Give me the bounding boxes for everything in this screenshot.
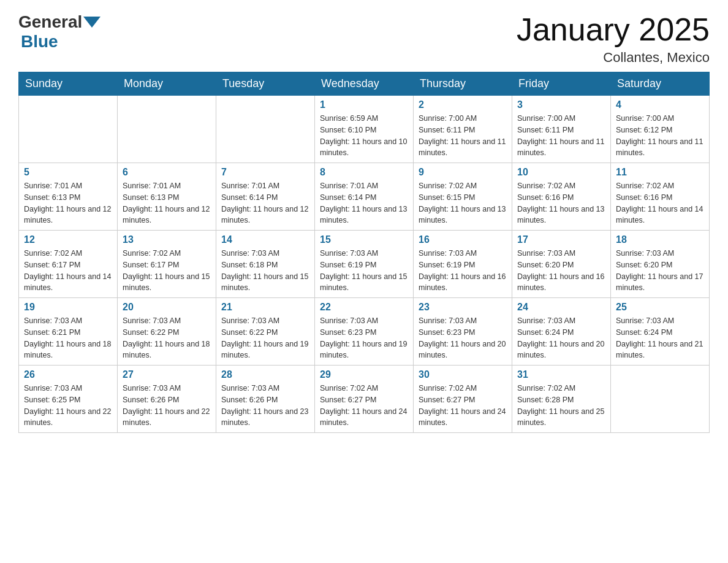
calendar-cell: [611, 366, 710, 433]
cell-sun-info: Sunrise: 7:01 AMSunset: 6:13 PMDaylight:…: [123, 180, 211, 226]
cell-day-number: 19: [24, 302, 112, 313]
cell-sun-info: Sunrise: 7:01 AMSunset: 6:13 PMDaylight:…: [24, 180, 112, 226]
cell-day-number: 1: [320, 99, 408, 110]
cell-day-number: 21: [221, 302, 309, 313]
cell-day-number: 25: [616, 302, 704, 313]
calendar-cell: [216, 96, 315, 163]
cell-sun-info: Sunrise: 7:03 AMSunset: 6:26 PMDaylight:…: [221, 383, 309, 429]
cell-day-number: 5: [24, 167, 112, 178]
calendar-cell: 19Sunrise: 7:03 AMSunset: 6:21 PMDayligh…: [19, 298, 118, 366]
cell-sun-info: Sunrise: 7:02 AMSunset: 6:27 PMDaylight:…: [320, 383, 408, 429]
calendar-cell: 26Sunrise: 7:03 AMSunset: 6:25 PMDayligh…: [19, 366, 118, 433]
header: General Blue January 2025 Collantes, Mex…: [18, 12, 710, 66]
cell-sun-info: Sunrise: 7:00 AMSunset: 6:12 PMDaylight:…: [616, 113, 704, 159]
cell-day-number: 8: [320, 167, 408, 178]
cell-day-number: 9: [419, 167, 507, 178]
calendar-cell: 22Sunrise: 7:03 AMSunset: 6:23 PMDayligh…: [315, 298, 414, 366]
cell-sun-info: Sunrise: 7:03 AMSunset: 6:18 PMDaylight:…: [221, 248, 309, 294]
calendar-week-row: 12Sunrise: 7:02 AMSunset: 6:17 PMDayligh…: [19, 231, 710, 298]
calendar-cell: 13Sunrise: 7:02 AMSunset: 6:17 PMDayligh…: [118, 231, 216, 298]
calendar-cell: 5Sunrise: 7:01 AMSunset: 6:13 PMDaylight…: [19, 163, 118, 231]
cell-sun-info: Sunrise: 7:00 AMSunset: 6:11 PMDaylight:…: [517, 113, 605, 159]
col-header-thursday: Thursday: [414, 72, 512, 96]
calendar-week-row: 5Sunrise: 7:01 AMSunset: 6:13 PMDaylight…: [19, 163, 710, 231]
calendar-cell: 10Sunrise: 7:02 AMSunset: 6:16 PMDayligh…: [512, 163, 611, 231]
cell-day-number: 2: [419, 99, 507, 110]
cell-sun-info: Sunrise: 7:02 AMSunset: 6:17 PMDaylight:…: [24, 248, 112, 294]
cell-day-number: 14: [221, 234, 309, 245]
calendar-cell: 3Sunrise: 7:00 AMSunset: 6:11 PMDaylight…: [512, 96, 611, 163]
calendar-cell: 12Sunrise: 7:02 AMSunset: 6:17 PMDayligh…: [19, 231, 118, 298]
calendar-week-row: 26Sunrise: 7:03 AMSunset: 6:25 PMDayligh…: [19, 366, 710, 433]
cell-day-number: 17: [517, 234, 605, 245]
cell-sun-info: Sunrise: 7:02 AMSunset: 6:27 PMDaylight:…: [419, 383, 507, 429]
logo-general-text: General: [18, 12, 82, 32]
cell-day-number: 12: [24, 234, 112, 245]
calendar-cell: [118, 96, 216, 163]
cell-sun-info: Sunrise: 7:03 AMSunset: 6:23 PMDaylight:…: [419, 315, 507, 361]
cell-sun-info: Sunrise: 7:02 AMSunset: 6:16 PMDaylight:…: [517, 180, 605, 226]
cell-day-number: 16: [419, 234, 507, 245]
cell-sun-info: Sunrise: 7:03 AMSunset: 6:25 PMDaylight:…: [24, 383, 112, 429]
cell-sun-info: Sunrise: 6:59 AMSunset: 6:10 PMDaylight:…: [320, 113, 408, 159]
cell-day-number: 6: [123, 167, 211, 178]
logo-triangle-icon: [83, 17, 100, 28]
cell-day-number: 29: [320, 369, 408, 380]
logo-blue-text: Blue: [21, 32, 58, 51]
cell-sun-info: Sunrise: 7:03 AMSunset: 6:22 PMDaylight:…: [123, 315, 211, 361]
cell-day-number: 31: [517, 369, 605, 380]
cell-sun-info: Sunrise: 7:03 AMSunset: 6:26 PMDaylight:…: [123, 383, 211, 429]
calendar-cell: 28Sunrise: 7:03 AMSunset: 6:26 PMDayligh…: [216, 366, 315, 433]
cell-day-number: 23: [419, 302, 507, 313]
calendar-cell: 11Sunrise: 7:02 AMSunset: 6:16 PMDayligh…: [611, 163, 710, 231]
cell-day-number: 22: [320, 302, 408, 313]
cell-sun-info: Sunrise: 7:03 AMSunset: 6:22 PMDaylight:…: [221, 315, 309, 361]
cell-day-number: 26: [24, 369, 112, 380]
cell-sun-info: Sunrise: 7:01 AMSunset: 6:14 PMDaylight:…: [320, 180, 408, 226]
col-header-monday: Monday: [118, 72, 216, 96]
cell-sun-info: Sunrise: 7:03 AMSunset: 6:24 PMDaylight:…: [517, 315, 605, 361]
calendar-cell: 4Sunrise: 7:00 AMSunset: 6:12 PMDaylight…: [611, 96, 710, 163]
cell-sun-info: Sunrise: 7:02 AMSunset: 6:15 PMDaylight:…: [419, 180, 507, 226]
cell-day-number: 20: [123, 302, 211, 313]
cell-day-number: 10: [517, 167, 605, 178]
calendar-cell: 21Sunrise: 7:03 AMSunset: 6:22 PMDayligh…: [216, 298, 315, 366]
calendar-cell: 31Sunrise: 7:02 AMSunset: 6:28 PMDayligh…: [512, 366, 611, 433]
calendar-cell: 1Sunrise: 6:59 AMSunset: 6:10 PMDaylight…: [315, 96, 414, 163]
cell-sun-info: Sunrise: 7:03 AMSunset: 6:19 PMDaylight:…: [419, 248, 507, 294]
cell-sun-info: Sunrise: 7:03 AMSunset: 6:19 PMDaylight:…: [320, 248, 408, 294]
calendar-week-row: 19Sunrise: 7:03 AMSunset: 6:21 PMDayligh…: [19, 298, 710, 366]
calendar-cell: 23Sunrise: 7:03 AMSunset: 6:23 PMDayligh…: [414, 298, 512, 366]
calendar-cell: 18Sunrise: 7:03 AMSunset: 6:20 PMDayligh…: [611, 231, 710, 298]
title-area: January 2025 Collantes, Mexico: [517, 12, 710, 66]
cell-sun-info: Sunrise: 7:03 AMSunset: 6:20 PMDaylight:…: [517, 248, 605, 294]
cell-sun-info: Sunrise: 7:00 AMSunset: 6:11 PMDaylight:…: [419, 113, 507, 159]
cell-day-number: 27: [123, 369, 211, 380]
col-header-friday: Friday: [512, 72, 611, 96]
calendar-cell: [19, 96, 118, 163]
calendar-cell: 27Sunrise: 7:03 AMSunset: 6:26 PMDayligh…: [118, 366, 216, 433]
calendar-cell: 7Sunrise: 7:01 AMSunset: 6:14 PMDaylight…: [216, 163, 315, 231]
col-header-sunday: Sunday: [19, 72, 118, 96]
month-title: January 2025: [517, 12, 710, 47]
cell-sun-info: Sunrise: 7:03 AMSunset: 6:20 PMDaylight:…: [616, 248, 704, 294]
calendar-cell: 2Sunrise: 7:00 AMSunset: 6:11 PMDaylight…: [414, 96, 512, 163]
cell-day-number: 7: [221, 167, 309, 178]
cell-sun-info: Sunrise: 7:03 AMSunset: 6:23 PMDaylight:…: [320, 315, 408, 361]
col-header-wednesday: Wednesday: [315, 72, 414, 96]
cell-day-number: 18: [616, 234, 704, 245]
cell-sun-info: Sunrise: 7:02 AMSunset: 6:17 PMDaylight:…: [123, 248, 211, 294]
calendar-cell: 29Sunrise: 7:02 AMSunset: 6:27 PMDayligh…: [315, 366, 414, 433]
calendar-table: SundayMondayTuesdayWednesdayThursdayFrid…: [18, 72, 710, 433]
cell-day-number: 24: [517, 302, 605, 313]
calendar-cell: 17Sunrise: 7:03 AMSunset: 6:20 PMDayligh…: [512, 231, 611, 298]
calendar-week-row: 1Sunrise: 6:59 AMSunset: 6:10 PMDaylight…: [19, 96, 710, 163]
calendar-cell: 9Sunrise: 7:02 AMSunset: 6:15 PMDaylight…: [414, 163, 512, 231]
calendar-cell: 16Sunrise: 7:03 AMSunset: 6:19 PMDayligh…: [414, 231, 512, 298]
cell-sun-info: Sunrise: 7:02 AMSunset: 6:28 PMDaylight:…: [517, 383, 605, 429]
calendar-cell: 30Sunrise: 7:02 AMSunset: 6:27 PMDayligh…: [414, 366, 512, 433]
cell-day-number: 15: [320, 234, 408, 245]
location-title: Collantes, Mexico: [517, 50, 710, 66]
col-header-tuesday: Tuesday: [216, 72, 315, 96]
calendar-cell: 25Sunrise: 7:03 AMSunset: 6:24 PMDayligh…: [611, 298, 710, 366]
